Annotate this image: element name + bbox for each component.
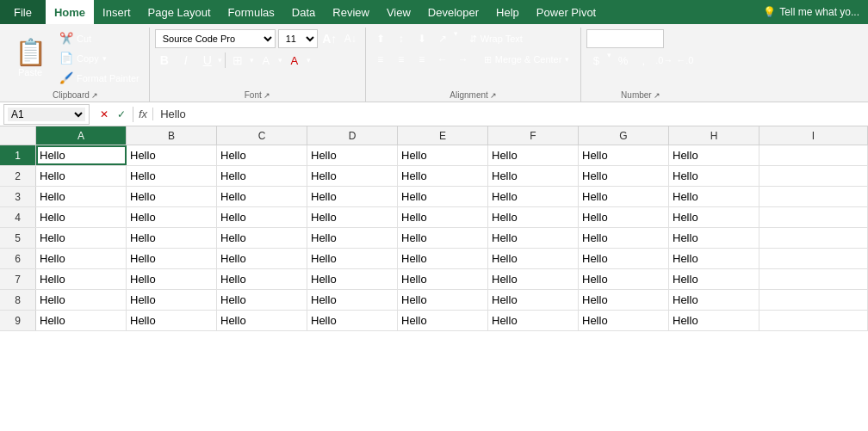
align-bottom-button[interactable]: ⬇ [412, 29, 431, 48]
italic-button[interactable]: I [177, 51, 195, 70]
cell-f5[interactable]: Hello [488, 228, 579, 248]
grow-font-button[interactable]: A↑ [320, 29, 339, 48]
cell-g2[interactable]: Hello [579, 166, 669, 186]
decrease-decimal-button[interactable]: .0→ [654, 51, 673, 70]
cell-e1[interactable]: Hello [398, 145, 488, 165]
cell-c6[interactable]: Hello [217, 249, 307, 268]
cell-f3[interactable]: Hello [488, 187, 579, 206]
cell-d7[interactable]: Hello [307, 269, 398, 289]
cell-h4[interactable]: Hello [669, 207, 760, 227]
col-header-f[interactable]: F [488, 126, 579, 145]
cell-d3[interactable]: Hello [307, 187, 398, 206]
cell-b7[interactable]: Hello [127, 269, 217, 289]
cell-b5[interactable]: Hello [127, 228, 217, 248]
cell-c5[interactable]: Hello [217, 228, 307, 248]
cell-c4[interactable]: Hello [217, 207, 307, 227]
cell-b6[interactable]: Hello [127, 249, 217, 268]
cell-a8[interactable]: Hello [36, 290, 127, 310]
cell-f7[interactable]: Hello [488, 269, 579, 289]
cell-g7[interactable]: Hello [579, 269, 669, 289]
merge-center-button[interactable]: ⊞ Merge & Center ▾ [478, 50, 576, 69]
number-format-box[interactable]: General ▾ [586, 29, 664, 48]
cell-a5[interactable]: Hello [36, 228, 127, 248]
cell-e4[interactable]: Hello [398, 207, 488, 227]
developer-tab[interactable]: Developer [419, 0, 487, 24]
fill-color-button[interactable]: A [257, 51, 276, 70]
help-tab[interactable]: Help [487, 0, 528, 24]
col-header-e[interactable]: E [398, 126, 488, 145]
cell-d2[interactable]: Hello [307, 166, 398, 186]
cell-a6[interactable]: Hello [36, 249, 127, 268]
underline-button[interactable]: U [198, 51, 217, 70]
cell-f4[interactable]: Hello [488, 207, 579, 227]
home-tab[interactable]: Home [46, 0, 94, 24]
comma-button[interactable]: , [634, 51, 653, 70]
formula-input-value[interactable]: Hello [153, 108, 868, 120]
cell-g6[interactable]: Hello [579, 249, 669, 268]
bold-button[interactable]: B [155, 51, 174, 70]
review-tab[interactable]: Review [324, 0, 378, 24]
cell-c1[interactable]: Hello [217, 145, 307, 165]
col-header-a[interactable]: A [36, 126, 127, 145]
cell-d6[interactable]: Hello [307, 249, 398, 268]
insert-tab[interactable]: Insert [94, 0, 140, 24]
cell-a3[interactable]: Hello [36, 187, 127, 206]
align-middle-button[interactable]: ↕ [392, 29, 411, 48]
cell-b9[interactable]: Hello [127, 311, 217, 330]
copy-button[interactable]: 📄 Copy ▾ [55, 49, 144, 67]
alignment-expand-icon[interactable]: ↗ [490, 91, 497, 100]
cell-c8[interactable]: Hello [217, 290, 307, 310]
cell-d5[interactable]: Hello [307, 228, 398, 248]
cell-g4[interactable]: Hello [579, 207, 669, 227]
cell-e6[interactable]: Hello [398, 249, 488, 268]
cell-e7[interactable]: Hello [398, 269, 488, 289]
cell-i9[interactable] [760, 311, 868, 330]
increase-indent-button[interactable]: → [454, 50, 473, 69]
col-header-h[interactable]: H [669, 126, 760, 145]
cell-b4[interactable]: Hello [127, 207, 217, 227]
cell-f9[interactable]: Hello [488, 311, 579, 330]
tell-me-text[interactable]: Tell me what yo... [779, 6, 859, 18]
cell-i2[interactable] [760, 166, 868, 186]
number-expand-icon[interactable]: ↗ [654, 91, 660, 100]
cell-f2[interactable]: Hello [488, 166, 579, 186]
cell-reference-select[interactable]: A1 [8, 108, 85, 121]
wrap-text-button[interactable]: ⇵ Wrap Text [463, 29, 529, 48]
cell-c3[interactable]: Hello [217, 187, 307, 206]
cell-i8[interactable] [760, 290, 868, 310]
align-right-button[interactable]: ≡ [412, 50, 431, 69]
cell-h7[interactable]: Hello [669, 269, 760, 289]
cell-i7[interactable] [760, 269, 868, 289]
cell-d8[interactable]: Hello [307, 290, 398, 310]
cell-c7[interactable]: Hello [217, 269, 307, 289]
decrease-indent-button[interactable]: ← [433, 50, 452, 69]
cell-g5[interactable]: Hello [579, 228, 669, 248]
font-expand-icon[interactable]: ↗ [264, 91, 270, 100]
cell-a1[interactable]: Hello [36, 145, 127, 165]
cell-i1[interactable] [760, 145, 868, 165]
percent-button[interactable]: % [613, 51, 632, 70]
increase-decimal-button[interactable]: ←.0 [675, 51, 694, 70]
cell-g1[interactable]: Hello [579, 145, 669, 165]
cell-f1[interactable]: Hello [488, 145, 579, 165]
borders-button[interactable]: ⊞ [228, 51, 247, 70]
cell-f8[interactable]: Hello [488, 290, 579, 310]
font-name-select[interactable]: Source Code Pro [155, 29, 276, 48]
cell-g9[interactable]: Hello [579, 311, 669, 330]
cell-b8[interactable]: Hello [127, 290, 217, 310]
align-center-button[interactable]: ≡ [392, 50, 411, 69]
cell-c2[interactable]: Hello [217, 166, 307, 186]
cell-i3[interactable] [760, 187, 868, 206]
cell-h9[interactable]: Hello [669, 311, 760, 330]
data-tab[interactable]: Data [283, 0, 324, 24]
cell-h2[interactable]: Hello [669, 166, 760, 186]
col-header-d[interactable]: D [307, 126, 398, 145]
cell-e2[interactable]: Hello [398, 166, 488, 186]
align-left-button[interactable]: ≡ [371, 50, 390, 69]
formulas-tab[interactable]: Formulas [220, 0, 283, 24]
view-tab[interactable]: View [378, 0, 419, 24]
cell-h8[interactable]: Hello [669, 290, 760, 310]
col-header-i[interactable]: I [760, 126, 868, 145]
col-header-c[interactable]: C [217, 126, 307, 145]
cell-d4[interactable]: Hello [307, 207, 398, 227]
